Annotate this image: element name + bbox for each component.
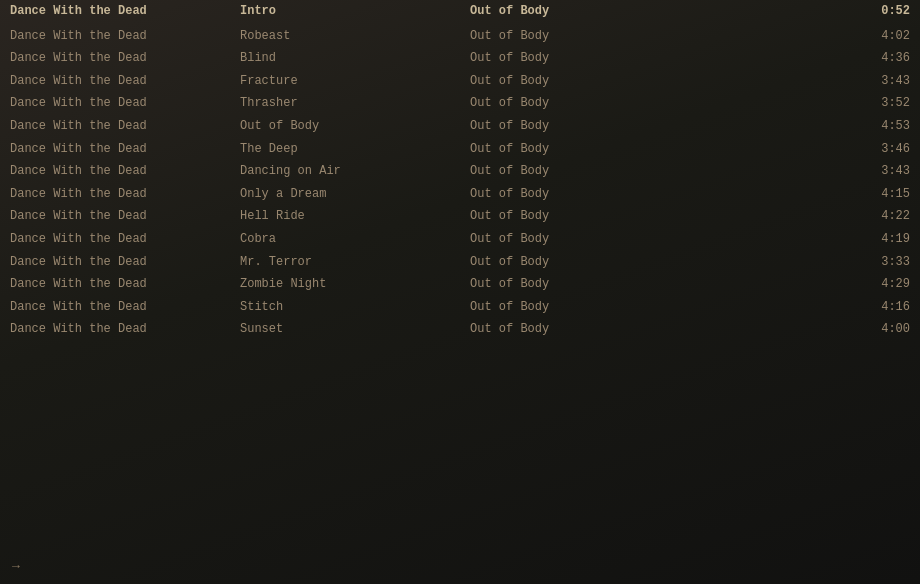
track-duration: 4:36 (690, 49, 910, 68)
header-duration: 0:52 (690, 2, 910, 21)
track-title: Fracture (240, 72, 470, 91)
track-title: Robeast (240, 27, 470, 46)
track-duration: 4:16 (690, 298, 910, 317)
track-title: Only a Dream (240, 185, 470, 204)
table-row[interactable]: Dance With the DeadZombie NightOut of Bo… (0, 273, 920, 296)
table-row[interactable]: Dance With the DeadRobeastOut of Body4:0… (0, 25, 920, 48)
track-album: Out of Body (470, 320, 690, 339)
track-artist: Dance With the Dead (10, 185, 240, 204)
track-artist: Dance With the Dead (10, 253, 240, 272)
track-list: Dance With the Dead Intro Out of Body 0:… (0, 0, 920, 341)
track-album: Out of Body (470, 298, 690, 317)
track-duration: 4:15 (690, 185, 910, 204)
track-artist: Dance With the Dead (10, 49, 240, 68)
track-artist: Dance With the Dead (10, 298, 240, 317)
track-title: Blind (240, 49, 470, 68)
track-artist: Dance With the Dead (10, 117, 240, 136)
track-artist: Dance With the Dead (10, 275, 240, 294)
track-album: Out of Body (470, 230, 690, 249)
table-row[interactable]: Dance With the DeadFractureOut of Body3:… (0, 70, 920, 93)
track-album: Out of Body (470, 185, 690, 204)
track-duration: 4:22 (690, 207, 910, 226)
table-row[interactable]: Dance With the DeadMr. TerrorOut of Body… (0, 251, 920, 274)
header-title: Intro (240, 2, 470, 21)
track-album: Out of Body (470, 94, 690, 113)
track-album: Out of Body (470, 72, 690, 91)
track-artist: Dance With the Dead (10, 72, 240, 91)
table-row[interactable]: Dance With the DeadDancing on AirOut of … (0, 160, 920, 183)
track-album: Out of Body (470, 207, 690, 226)
track-artist: Dance With the Dead (10, 162, 240, 181)
track-duration: 4:29 (690, 275, 910, 294)
track-album: Out of Body (470, 117, 690, 136)
track-album: Out of Body (470, 27, 690, 46)
bottom-arrow: → (12, 559, 20, 574)
track-duration: 3:43 (690, 162, 910, 181)
track-title: Out of Body (240, 117, 470, 136)
table-row[interactable]: Dance With the DeadBlindOut of Body4:36 (0, 47, 920, 70)
table-row[interactable]: Dance With the DeadCobraOut of Body4:19 (0, 228, 920, 251)
track-duration: 3:33 (690, 253, 910, 272)
track-title: Mr. Terror (240, 253, 470, 272)
track-album: Out of Body (470, 162, 690, 181)
track-duration: 4:53 (690, 117, 910, 136)
track-duration: 3:46 (690, 140, 910, 159)
track-title: Sunset (240, 320, 470, 339)
track-title: Cobra (240, 230, 470, 249)
track-artist: Dance With the Dead (10, 94, 240, 113)
track-title: Hell Ride (240, 207, 470, 226)
track-album: Out of Body (470, 140, 690, 159)
track-album: Out of Body (470, 49, 690, 68)
track-artist: Dance With the Dead (10, 320, 240, 339)
track-artist: Dance With the Dead (10, 140, 240, 159)
header-artist: Dance With the Dead (10, 2, 240, 21)
track-duration: 3:43 (690, 72, 910, 91)
track-title: Dancing on Air (240, 162, 470, 181)
table-row[interactable]: Dance With the DeadOut of BodyOut of Bod… (0, 115, 920, 138)
table-row[interactable]: Dance With the DeadStitchOut of Body4:16 (0, 296, 920, 319)
table-row[interactable]: Dance With the DeadSunsetOut of Body4:00 (0, 318, 920, 341)
track-album: Out of Body (470, 275, 690, 294)
track-duration: 3:52 (690, 94, 910, 113)
track-list-header: Dance With the Dead Intro Out of Body 0:… (0, 0, 920, 25)
track-title: Zombie Night (240, 275, 470, 294)
track-duration: 4:02 (690, 27, 910, 46)
header-album: Out of Body (470, 2, 690, 21)
track-artist: Dance With the Dead (10, 207, 240, 226)
track-title: Thrasher (240, 94, 470, 113)
track-artist: Dance With the Dead (10, 230, 240, 249)
table-row[interactable]: Dance With the DeadThe DeepOut of Body3:… (0, 138, 920, 161)
track-title: The Deep (240, 140, 470, 159)
table-row[interactable]: Dance With the DeadHell RideOut of Body4… (0, 205, 920, 228)
track-album: Out of Body (470, 253, 690, 272)
track-duration: 4:00 (690, 320, 910, 339)
track-duration: 4:19 (690, 230, 910, 249)
table-row[interactable]: Dance With the DeadOnly a DreamOut of Bo… (0, 183, 920, 206)
track-title: Stitch (240, 298, 470, 317)
table-row[interactable]: Dance With the DeadThrasherOut of Body3:… (0, 92, 920, 115)
track-artist: Dance With the Dead (10, 27, 240, 46)
